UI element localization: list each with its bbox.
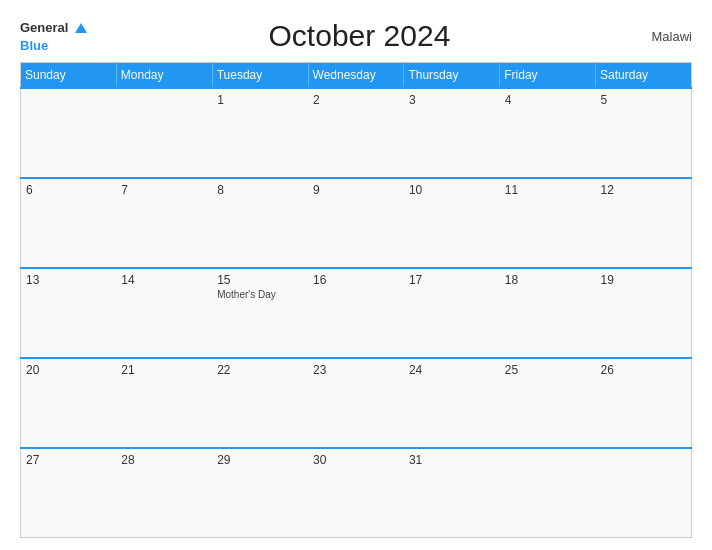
logo-general: General — [20, 20, 68, 35]
calendar-day-cell — [500, 448, 596, 538]
calendar-day-cell: 30 — [308, 448, 404, 538]
logo-blue-text: Blue — [20, 38, 48, 53]
day-number: 24 — [409, 363, 495, 377]
day-number: 26 — [601, 363, 686, 377]
day-number: 28 — [121, 453, 207, 467]
calendar-week-row: 20212223242526 — [21, 358, 692, 448]
calendar-header-row: Sunday Monday Tuesday Wednesday Thursday… — [21, 63, 692, 89]
calendar-day-cell: 17 — [404, 268, 500, 358]
day-number: 29 — [217, 453, 303, 467]
calendar-day-cell: 6 — [21, 178, 117, 268]
day-number: 18 — [505, 273, 591, 287]
calendar-table: Sunday Monday Tuesday Wednesday Thursday… — [20, 62, 692, 538]
calendar-day-cell: 7 — [116, 178, 212, 268]
day-number: 30 — [313, 453, 399, 467]
col-thursday: Thursday — [404, 63, 500, 89]
calendar-day-cell: 16 — [308, 268, 404, 358]
calendar-day-cell: 31 — [404, 448, 500, 538]
calendar-day-cell: 29 — [212, 448, 308, 538]
calendar-day-cell: 27 — [21, 448, 117, 538]
day-number: 1 — [217, 93, 303, 107]
calendar-week-row: 6789101112 — [21, 178, 692, 268]
calendar-day-cell: 19 — [596, 268, 692, 358]
day-number: 23 — [313, 363, 399, 377]
calendar-day-cell: 20 — [21, 358, 117, 448]
calendar-day-cell: 15Mother's Day — [212, 268, 308, 358]
day-number: 7 — [121, 183, 207, 197]
calendar-day-cell: 13 — [21, 268, 117, 358]
day-number: 31 — [409, 453, 495, 467]
day-number: 6 — [26, 183, 111, 197]
calendar-day-cell: 23 — [308, 358, 404, 448]
calendar-header: General Blue October 2024 Malawi — [20, 18, 692, 54]
col-wednesday: Wednesday — [308, 63, 404, 89]
calendar-day-cell: 2 — [308, 88, 404, 178]
day-event: Mother's Day — [217, 289, 303, 300]
logo-triangle-icon — [75, 23, 87, 33]
col-saturday: Saturday — [596, 63, 692, 89]
calendar-day-cell: 3 — [404, 88, 500, 178]
day-number: 3 — [409, 93, 495, 107]
day-number: 27 — [26, 453, 111, 467]
logo: General — [20, 18, 87, 36]
day-number: 5 — [601, 93, 686, 107]
calendar-day-cell: 5 — [596, 88, 692, 178]
col-tuesday: Tuesday — [212, 63, 308, 89]
calendar-day-cell: 25 — [500, 358, 596, 448]
month-title: October 2024 — [87, 19, 632, 53]
day-number: 22 — [217, 363, 303, 377]
logo-area: General Blue — [20, 18, 87, 54]
day-number: 16 — [313, 273, 399, 287]
day-number: 19 — [601, 273, 686, 287]
calendar-body: 123456789101112131415Mother's Day1617181… — [21, 88, 692, 538]
calendar-day-cell: 1 — [212, 88, 308, 178]
day-number: 11 — [505, 183, 591, 197]
calendar-day-cell: 28 — [116, 448, 212, 538]
calendar-page: General Blue October 2024 Malawi Sunday … — [0, 0, 712, 550]
calendar-day-cell: 8 — [212, 178, 308, 268]
country-label: Malawi — [632, 29, 692, 44]
day-number: 25 — [505, 363, 591, 377]
calendar-day-cell: 24 — [404, 358, 500, 448]
day-number: 12 — [601, 183, 686, 197]
day-number: 17 — [409, 273, 495, 287]
logo-blue-label: Blue — [20, 36, 48, 54]
calendar-day-cell: 9 — [308, 178, 404, 268]
day-number: 9 — [313, 183, 399, 197]
calendar-day-cell: 11 — [500, 178, 596, 268]
day-number: 2 — [313, 93, 399, 107]
calendar-day-cell: 12 — [596, 178, 692, 268]
calendar-day-cell: 10 — [404, 178, 500, 268]
calendar-day-cell: 4 — [500, 88, 596, 178]
day-number: 14 — [121, 273, 207, 287]
calendar-day-cell: 22 — [212, 358, 308, 448]
day-number: 21 — [121, 363, 207, 377]
calendar-week-row: 131415Mother's Day16171819 — [21, 268, 692, 358]
calendar-day-cell — [596, 448, 692, 538]
day-number: 20 — [26, 363, 111, 377]
calendar-day-cell: 21 — [116, 358, 212, 448]
day-number: 4 — [505, 93, 591, 107]
calendar-day-cell: 18 — [500, 268, 596, 358]
col-friday: Friday — [500, 63, 596, 89]
col-sunday: Sunday — [21, 63, 117, 89]
day-number: 13 — [26, 273, 111, 287]
calendar-week-row: 12345 — [21, 88, 692, 178]
calendar-day-cell: 26 — [596, 358, 692, 448]
calendar-day-cell — [21, 88, 117, 178]
day-number: 10 — [409, 183, 495, 197]
day-number: 15 — [217, 273, 303, 287]
calendar-day-cell — [116, 88, 212, 178]
col-monday: Monday — [116, 63, 212, 89]
day-number: 8 — [217, 183, 303, 197]
calendar-day-cell: 14 — [116, 268, 212, 358]
calendar-week-row: 2728293031 — [21, 448, 692, 538]
